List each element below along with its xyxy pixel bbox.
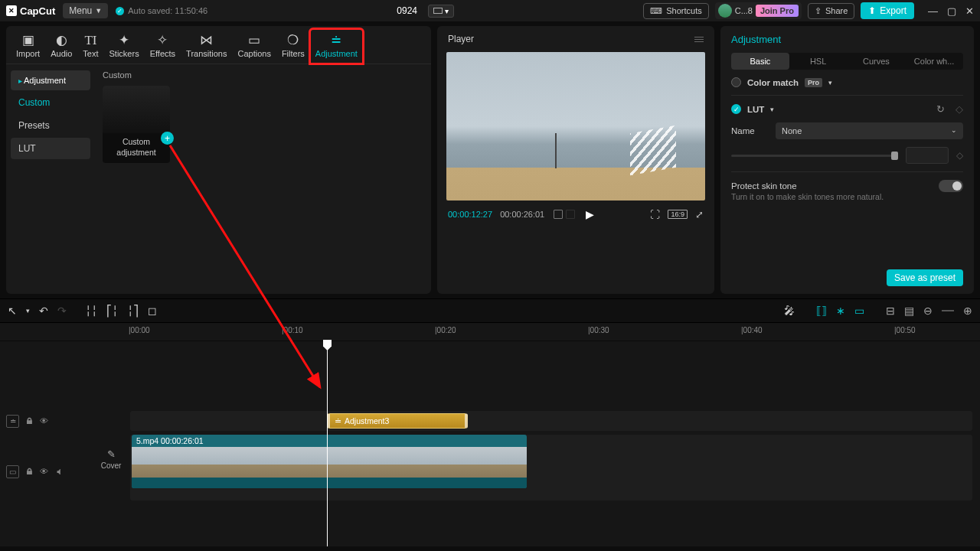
tab-filters[interactable]: ❍Filters [276, 29, 310, 64]
share-button[interactable]: ⇪Share [808, 3, 854, 19]
keyboard-icon: ⌨ [650, 6, 662, 16]
tab-audio[interactable]: ◐Audio [45, 29, 77, 64]
mic-icon[interactable]: 🎤︎ [784, 305, 795, 317]
transitions-icon: ⋈ [200, 34, 213, 47]
tab-transitions[interactable]: ⋈Transitions [181, 29, 232, 64]
compare2-icon[interactable] [566, 210, 575, 219]
menu-button[interactable]: Menu▼ [63, 3, 108, 18]
save-preset-button[interactable]: Save as preset [887, 269, 963, 286]
eye-icon[interactable]: 👁︎ [40, 416, 48, 425]
share-icon: ⇪ [815, 6, 822, 16]
sidebar-item-custom[interactable]: Custom [11, 92, 90, 113]
intensity-value[interactable] [906, 147, 949, 164]
project-title[interactable]: 0924 [397, 5, 417, 16]
join-pro-button[interactable]: Join Pro [756, 5, 799, 17]
sidebar-item-presets[interactable]: Presets [11, 115, 90, 136]
add-button[interactable]: + [161, 132, 174, 145]
protect-note: Turn it on to make skin tones more natur… [731, 192, 963, 201]
category-adjustment[interactable]: ▸Adjustment [11, 70, 90, 90]
tab-basic[interactable]: Basic [731, 53, 789, 70]
lut-select[interactable]: None⌄ [776, 122, 963, 139]
thumb-custom-adjustment[interactable]: Custom adjustment + [103, 86, 170, 163]
close-button[interactable]: ✕ [965, 5, 974, 17]
snapshot-icon[interactable]: ⛶ [650, 209, 660, 220]
shortcuts-button[interactable]: ⌨Shortcuts [643, 3, 708, 19]
crop-tool[interactable]: ◻ [148, 305, 157, 317]
timecode-current: 00:00:12:27 [448, 210, 492, 219]
zoom-slider[interactable] [942, 310, 954, 311]
adj-track-icon[interactable]: ≐ [6, 415, 19, 428]
compare-icon[interactable] [554, 210, 563, 219]
player-viewport[interactable] [446, 52, 705, 201]
ruler-mark: |00:50 [894, 326, 916, 334]
magnet-icon[interactable]: ⟦⟧ [816, 305, 827, 317]
audio-icon: ◐ [56, 34, 67, 47]
lut-checkbox[interactable]: ✓ [731, 104, 741, 114]
maximize-button[interactable]: ▢ [947, 5, 956, 17]
play-button[interactable]: ▶ [586, 208, 594, 220]
logo-icon: ✕ [6, 5, 17, 16]
filters-icon: ❍ [287, 34, 299, 47]
ruler-mark: |00:20 [435, 326, 456, 334]
user-label: C...8 [735, 6, 753, 15]
ruler[interactable]: |00:00 |00:10 |00:20 |00:30 |00:40 |00:5… [0, 323, 980, 341]
trim-right-tool[interactable]: ╎⎤ [127, 305, 139, 317]
protect-label: Protect skin tone [731, 181, 797, 191]
lock-icon[interactable]: 🔒︎ [25, 416, 34, 425]
eye-icon[interactable]: 👁︎ [40, 467, 48, 476]
tab-curves[interactable]: Curves [848, 53, 906, 70]
tab-text[interactable]: TIText [77, 29, 103, 64]
chevron-down-icon: ▼ [95, 7, 102, 15]
keyframe-icon[interactable]: ◇ [956, 103, 963, 115]
split-tool[interactable]: ╎╎ [85, 305, 97, 317]
keyframe-icon[interactable]: ◇ [956, 150, 963, 161]
lock-icon[interactable]: 🔒︎ [25, 467, 34, 476]
pointer-tool[interactable]: ↖ [8, 305, 17, 317]
tab-stickers[interactable]: ✦Stickers [104, 29, 145, 64]
zoom-out-icon[interactable]: ⊖ [923, 305, 933, 317]
check-icon: ✓ [116, 7, 124, 15]
fullscreen-icon[interactable]: ⤢ [695, 209, 704, 220]
zoom-in-icon[interactable]: ⊕ [963, 305, 972, 317]
sidebar-item-lut[interactable]: LUT [11, 138, 90, 159]
playhead[interactable] [327, 341, 328, 546]
lut-label: LUT [747, 105, 764, 114]
name-label: Name [731, 126, 769, 135]
timeline: |00:00 |00:10 |00:20 |00:30 |00:40 |00:5… [0, 323, 980, 546]
tool-tabs: ▣Import ◐Audio TIText ✦Stickers ✧Effects… [6, 26, 431, 64]
align-icon[interactable]: ⊟ [886, 305, 895, 317]
cover-button[interactable]: ✎Cover [98, 448, 124, 470]
layers-icon[interactable]: ▤ [904, 305, 914, 317]
tab-import[interactable]: ▣Import [11, 29, 45, 64]
colormatch-checkbox[interactable] [731, 77, 741, 87]
tab-hsl[interactable]: HSL [789, 53, 848, 70]
track-lane-adj[interactable] [130, 411, 972, 431]
trim-left-tool[interactable]: ⎡╎ [106, 305, 118, 317]
row-lutname: Name None⌄ [731, 122, 963, 139]
player-menu-icon[interactable] [694, 37, 704, 42]
tab-effects[interactable]: ✧Effects [145, 29, 181, 64]
adjustment-icon: ≐ [331, 34, 341, 47]
tab-adjustment[interactable]: ≐Adjustment [310, 29, 363, 64]
undo-button[interactable]: ↶ [39, 305, 48, 317]
clip-video[interactable]: 5.mp4 00:00:26:01 [132, 435, 527, 488]
avatar[interactable] [718, 4, 732, 18]
intensity-slider[interactable] [731, 155, 898, 157]
video-track-icon[interactable]: ▭ [6, 465, 19, 478]
protect-toggle[interactable] [939, 180, 963, 192]
player-panel: Player 00:00:12:27 00:00:26:01 ▶ ⛶ 16:9 … [437, 26, 714, 294]
tab-colorwheel[interactable]: Color wh... [905, 53, 963, 70]
reset-icon[interactable]: ↻ [936, 103, 945, 115]
aspect-button[interactable]: ▾ [428, 5, 454, 18]
adj-clip-icon: ≐ [335, 416, 341, 425]
preview-icon[interactable]: ▭ [854, 305, 864, 317]
pencil-icon: ✎ [107, 448, 116, 460]
clip-adjustment[interactable]: ≐Adjustment3 [327, 413, 468, 429]
mute-icon[interactable]: 🔈︎ [54, 467, 63, 476]
tab-captions[interactable]: ▭Captions [232, 29, 276, 64]
link-icon[interactable]: ∗ [836, 305, 845, 317]
minimize-button[interactable]: — [928, 5, 938, 17]
export-button[interactable]: ⬆Export [861, 2, 914, 19]
ratio-button[interactable]: 16:9 [668, 210, 688, 219]
redo-button[interactable]: ↷ [57, 305, 67, 317]
